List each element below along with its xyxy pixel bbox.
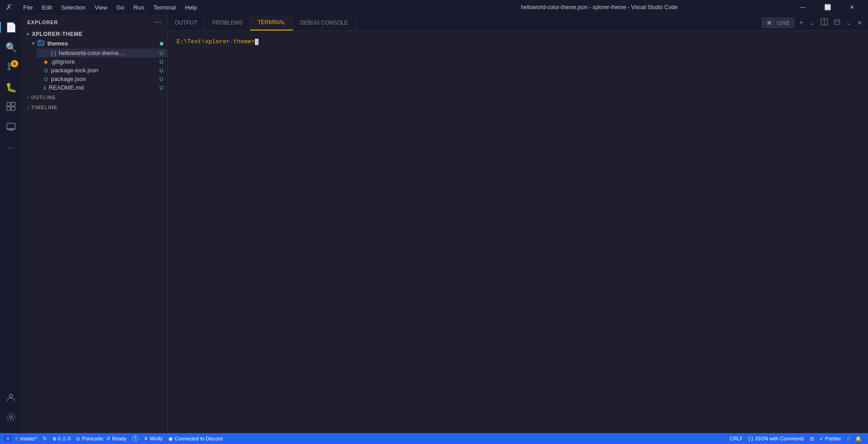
sidebar-title: EXPLORER: [27, 20, 58, 25]
activity-bar-account[interactable]: [2, 389, 20, 408]
tab-terminal[interactable]: TERMINAL: [250, 15, 293, 30]
timeline-label: TIMELINE: [31, 105, 57, 110]
status-format[interactable]: ⊟: [807, 436, 817, 442]
crlf-label: CRLF: [730, 436, 743, 441]
menu-edit[interactable]: Edit: [38, 3, 56, 12]
tab-debug-console-label: DEBUG CONSOLE: [300, 20, 348, 26]
menu-go[interactable]: Go: [113, 3, 128, 12]
package-json-icon: ⊙: [44, 76, 48, 82]
remote-icon: [6, 121, 16, 134]
activity-bar-more[interactable]: ···: [2, 138, 20, 156]
gitignore-name: .gitignore: [51, 58, 159, 65]
tab-output[interactable]: OUTPUT: [168, 15, 205, 30]
tab-problems[interactable]: PROBLEMS: [205, 15, 250, 30]
package-json-status: U: [159, 76, 163, 82]
account-icon: [6, 392, 16, 405]
minify-icon: ✕: [144, 436, 148, 442]
menu-run[interactable]: Run: [130, 3, 148, 12]
activity-bar-bottom: [2, 389, 20, 433]
readme-name: README.md: [49, 84, 159, 91]
readme-file[interactable]: ℹ README.md U: [29, 83, 167, 92]
terminal-content[interactable]: E:\Test\xplorer-theme>: [168, 31, 868, 433]
sidebar-more-button[interactable]: ···: [154, 18, 162, 26]
ponicode-icon: ⊙: [76, 436, 80, 442]
activity-bar-remote[interactable]: [2, 118, 20, 136]
themes-folder[interactable]: ▼ themes: [29, 38, 167, 49]
outline-section[interactable]: › OUTLINE: [22, 92, 167, 102]
root-chevron: ▼: [25, 32, 30, 37]
svg-rect-15: [834, 20, 840, 25]
helloworld-status: U: [159, 50, 163, 56]
json-label: JSON with Comments: [755, 436, 804, 441]
package-json-file[interactable]: ⊙ package.json U: [29, 75, 167, 83]
tab-debug-console[interactable]: DEBUG CONSOLE: [293, 15, 356, 30]
package-lock-file[interactable]: ⊙ package-lock.json U: [29, 66, 167, 75]
root-folder-name: XPLORER-THEME: [32, 31, 83, 37]
menu-help[interactable]: Help: [181, 3, 201, 12]
terminal-kill-button[interactable]: [832, 17, 843, 28]
timeline-section[interactable]: › TIMELINE: [22, 102, 167, 112]
status-help[interactable]: ?: [129, 435, 141, 442]
terminal-cursor: [255, 39, 259, 45]
status-crlf[interactable]: CRLF: [727, 436, 746, 441]
close-button[interactable]: ✕: [842, 0, 863, 14]
format-icon: ⊟: [810, 436, 814, 442]
status-language[interactable]: {·} JSON with Comments: [746, 436, 807, 441]
menu-view[interactable]: View: [91, 3, 111, 12]
status-sync[interactable]: ↻: [40, 436, 50, 442]
activity-bar-extensions[interactable]: [2, 98, 20, 116]
terminal-add-button[interactable]: +: [797, 18, 806, 28]
status-bell[interactable]: 🔔: [853, 436, 864, 442]
gitignore-file[interactable]: ◆ .gitignore U: [29, 57, 167, 66]
menu-terminal[interactable]: Terminal: [150, 3, 179, 12]
tabs-spacer: [355, 15, 758, 30]
status-remote[interactable]: ⌗: [4, 435, 12, 442]
ponicode-ready-icon: ↺: [106, 436, 110, 442]
activity-bar-settings[interactable]: [2, 409, 20, 428]
discord-label: Connected to Discord: [175, 436, 223, 441]
status-git-branch[interactable]: ⑂ master*: [12, 436, 40, 441]
main-area: 📄 🔍 5 🐛: [0, 15, 868, 433]
menu-file[interactable]: File: [20, 3, 36, 12]
root-files-container: ◆ .gitignore U ⊙ package-lock.json U ⊙ p…: [22, 57, 167, 92]
root-folder[interactable]: ▼ XPLORER-THEME: [22, 30, 167, 38]
activity-bar-explorer[interactable]: 📄: [2, 18, 20, 36]
window-title: helloworld-color-theme.json - xplorer-th…: [406, 4, 792, 10]
activity-bar-search[interactable]: 🔍: [2, 38, 20, 56]
source-control-badge: 5: [11, 60, 18, 67]
svg-point-12: [10, 416, 12, 419]
minify-label: Minify: [150, 436, 163, 441]
menu-selection[interactable]: Selection: [57, 3, 89, 12]
activity-bar-source-control[interactable]: 5: [2, 58, 20, 76]
status-prettier[interactable]: ✓ Prettier: [817, 436, 844, 442]
warning-count: 0: [68, 436, 71, 441]
svg-rect-4: [11, 102, 15, 106]
themes-folder-icon: [37, 39, 45, 48]
search-icon: 🔍: [5, 42, 17, 53]
terminal-chevron-button[interactable]: ⌄: [808, 18, 817, 27]
themes-folder-container: ▼ themes {·} helloworld: [22, 38, 167, 57]
restore-button[interactable]: ⬜: [817, 0, 838, 14]
terminal-cmd-tab[interactable]: ▣ cmd: [761, 17, 794, 28]
status-discord[interactable]: ◉ Connected to Discord: [166, 436, 226, 442]
minimize-button[interactable]: —: [792, 0, 813, 14]
status-minify[interactable]: ✕ Minify: [141, 436, 166, 442]
terminal-collapse-button[interactable]: ⌄: [844, 18, 853, 27]
package-lock-status: U: [159, 67, 163, 74]
explorer-icon: 📄: [5, 22, 17, 33]
terminal-split-button[interactable]: [819, 17, 830, 28]
status-ponicode[interactable]: ⊙ Ponicode: ↺ Ready: [73, 436, 129, 442]
status-errors[interactable]: ⊗ 0 ⚠ 0: [50, 436, 73, 442]
cmd-label: cmd: [775, 18, 791, 27]
discord-icon: ◉: [168, 436, 173, 442]
status-share[interactable]: ⑁: [844, 436, 853, 441]
terminal-close-button[interactable]: ✕: [855, 18, 864, 27]
cmd-icon: ▣: [765, 19, 773, 26]
remote-status-icon: ⌗: [6, 435, 10, 442]
menu-bar: File Edit Selection View Go Run Terminal…: [20, 3, 406, 12]
activity-bar-debug[interactable]: 🐛: [2, 78, 20, 96]
helloworld-file[interactable]: {·} helloworld-color-theme.... U: [36, 49, 167, 57]
sync-icon: ↻: [43, 436, 47, 442]
gitignore-status: U: [159, 59, 163, 65]
sidebar-header: EXPLORER ···: [22, 15, 167, 30]
